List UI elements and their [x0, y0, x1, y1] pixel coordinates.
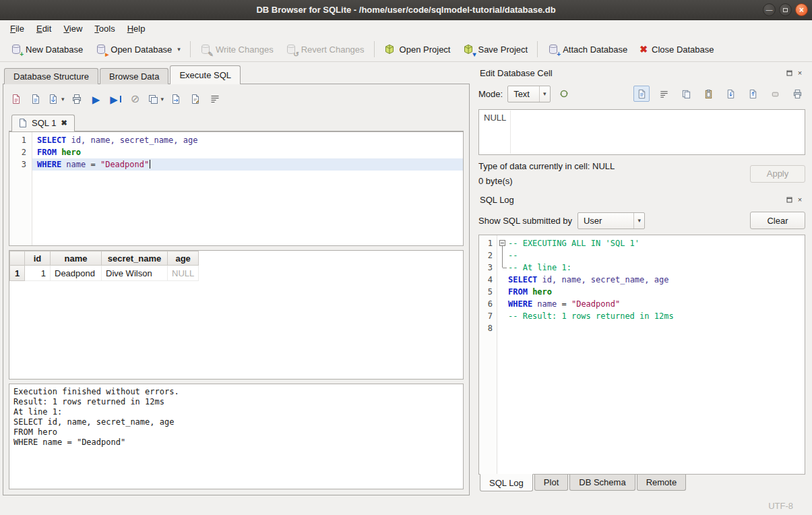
save-sql-file-as-button[interactable]: ▾ [48, 91, 65, 107]
clear-log-button[interactable]: Clear [750, 212, 805, 229]
cell-type-text: Type of data currently in cell: NULL [478, 161, 750, 171]
print-cell-button[interactable] [789, 86, 805, 102]
sql-log-viewer[interactable]: 1 2 3 4 5 6 7 8 -- EXECUTING ALL IN 'SQL… [478, 235, 805, 475]
print-icon [71, 94, 82, 104]
save-sql-file-as-icon [48, 94, 59, 104]
new-database-button[interactable]: + New Database [4, 39, 89, 59]
import-cell-data-button[interactable] [722, 86, 739, 102]
open-database-dropdown-icon[interactable]: ▾ [177, 46, 181, 53]
app-window: DB Browser for SQLite - /home/user/code/… [0, 0, 812, 515]
column-header-id[interactable]: id [25, 251, 51, 266]
cell-secret-name[interactable]: Dive Wilson [102, 266, 168, 281]
apply-button[interactable]: Apply [750, 165, 805, 183]
write-changes-button[interactable]: ✎ Write Changes [194, 39, 280, 59]
revert-changes-button[interactable]: ↺ Revert Changes [280, 39, 371, 59]
print-sql-button[interactable] [69, 91, 84, 107]
sql-doc-tab[interactable]: SQL 1 ✖ [11, 115, 75, 131]
attach-database-icon: + [547, 44, 559, 55]
paste-cell-button[interactable] [700, 86, 716, 102]
execute-all-button[interactable]: ▶ [89, 91, 104, 107]
import-icon [726, 89, 736, 99]
toolbar-separator [374, 41, 375, 57]
close-icon: × [799, 6, 804, 14]
tab-sql-log[interactable]: SQL Log [480, 474, 533, 491]
maximize-button[interactable] [779, 3, 792, 16]
export-results-button[interactable] [168, 91, 183, 107]
attach-database-button[interactable]: + Attach Database [541, 39, 633, 59]
sql-doc-icon [19, 119, 27, 127]
editor-code-area[interactable]: SELECT id, name, secret_name, age FROM h… [32, 132, 463, 245]
open-project-button[interactable]: Open Project [378, 39, 457, 59]
execute-sql-panel: ▾ ▶ ▶ ⊘ [3, 84, 470, 495]
fold-marker-icon[interactable] [497, 237, 508, 249]
close-button[interactable]: × [795, 3, 808, 16]
edit-cell-close-icon[interactable]: × [794, 68, 805, 78]
write-changes-label: Write Changes [216, 44, 274, 55]
copy-cell-button[interactable] [678, 86, 694, 102]
statusbar: UTF-8 [0, 497, 812, 515]
menu-help[interactable]: Help [121, 22, 152, 36]
tab-browse-data[interactable]: Browse Data [100, 68, 168, 84]
corner-header[interactable] [10, 251, 25, 266]
right-pane: Edit Database Cell × Mode: Text ▾ [476, 62, 812, 497]
menu-file[interactable]: File [4, 22, 30, 36]
word-wrap-cell-button[interactable] [656, 86, 672, 102]
cell-id[interactable]: 1 [25, 266, 51, 281]
table-row[interactable]: 1 1 Deadpond Dive Wilson NULL [10, 266, 199, 281]
tab-execute-sql[interactable]: Execute SQL [170, 65, 241, 84]
tab-db-schema[interactable]: DB Schema [569, 475, 635, 491]
execution-message-pane[interactable]: Execution finished without errors. Resul… [9, 384, 464, 489]
open-query-tab-button[interactable]: ▾ [148, 91, 164, 107]
results-grid[interactable]: id name secret_name age 1 1 Deadpond Div… [9, 250, 464, 380]
log-line: FROM hero [497, 286, 805, 298]
word-wrap-button[interactable] [208, 91, 222, 107]
column-header-age[interactable]: age [168, 251, 199, 266]
sql-log-float-icon[interactable] [784, 195, 794, 204]
menu-edit[interactable]: Edit [30, 22, 57, 36]
save-sql-dropdown-icon[interactable]: ▾ [61, 96, 65, 102]
export-icon [748, 89, 758, 99]
log-code-area: -- EXECUTING ALL IN 'SQL 1' -- -- At lin… [497, 235, 805, 474]
attach-database-label: Attach Database [563, 44, 627, 55]
auto-switch-mode-button[interactable] [555, 86, 573, 102]
save-sql-file-button[interactable] [28, 91, 43, 107]
export-cell-data-button[interactable] [745, 86, 761, 102]
menubar: File Edit View Tools Help [0, 20, 812, 37]
sql-log-close-icon[interactable]: × [794, 195, 805, 204]
close-database-button[interactable]: ✖ Close Database [633, 39, 720, 59]
edit-cell-float-icon[interactable] [784, 68, 794, 78]
cell-age[interactable]: NULL [168, 266, 199, 281]
execute-current-line-button[interactable]: ▶ [108, 91, 123, 107]
cell-editor[interactable]: NULL [478, 109, 805, 155]
sql-editor[interactable]: 1 2 3 SELECT id, name, secret_name, age … [9, 131, 464, 246]
results-table: id name secret_name age 1 1 Deadpond Div… [9, 251, 199, 281]
cell-name[interactable]: Deadpond [51, 266, 102, 281]
tab-remote[interactable]: Remote [637, 475, 687, 491]
format-sql-button[interactable] [188, 91, 203, 107]
log-filter-select[interactable]: User ▾ [577, 212, 645, 229]
minimize-button[interactable]: — [763, 3, 776, 16]
column-header-secret-name[interactable]: secret_name [102, 251, 168, 266]
mode-select[interactable]: Text ▾ [507, 86, 550, 102]
stop-execution-button[interactable]: ⊘ [128, 91, 143, 107]
row-header[interactable]: 1 [10, 266, 25, 281]
titlebar[interactable]: DB Browser for SQLite - /home/user/code/… [0, 0, 812, 20]
tab-database-structure[interactable]: Database Structure [4, 68, 98, 84]
menu-view[interactable]: View [57, 22, 88, 36]
edit-cell-toolbar: Mode: Text ▾ [478, 84, 805, 104]
word-wrap-icon [659, 89, 669, 99]
message-line: Result: 1 rows returned in 12ms [13, 397, 459, 407]
text-view-button[interactable] [633, 86, 650, 102]
open-database-button[interactable]: ▸ Open Database ▾ [89, 39, 187, 59]
encoding-indicator: UTF-8 [768, 501, 793, 511]
tab-plot[interactable]: Plot [534, 475, 568, 491]
open-sql-file-button[interactable] [9, 91, 24, 107]
sql-doc-tab-close-icon[interactable]: ✖ [61, 119, 67, 127]
execute-current-line-icon: ▶ [110, 94, 118, 104]
set-null-button[interactable] [767, 86, 783, 102]
save-project-button[interactable]: ▾ Save Project [456, 39, 534, 59]
edit-cell-dock-header: Edit Database Cell × [478, 66, 805, 80]
open-query-tab-dropdown-icon[interactable]: ▾ [161, 96, 164, 102]
column-header-name[interactable]: name [51, 251, 102, 266]
menu-tools[interactable]: Tools [88, 22, 121, 36]
